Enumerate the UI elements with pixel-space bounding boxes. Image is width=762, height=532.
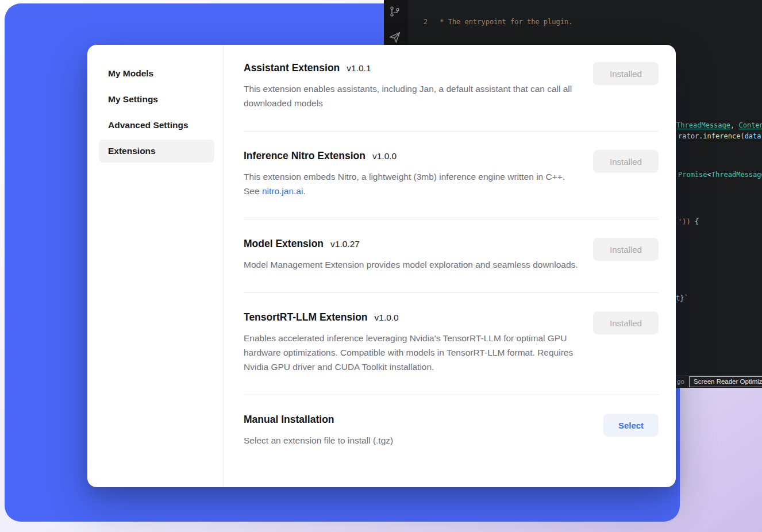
extension-name: TensortRT-LLM Extension (244, 311, 368, 323)
line-number: 2 (408, 17, 436, 27)
extension-version: v1.0.0 (375, 313, 399, 323)
sidebar-item-advanced-settings[interactable]: Advanced Settings (99, 114, 214, 137)
installed-button[interactable]: Installed (593, 150, 659, 173)
sidebar-item-my-models[interactable]: My Models (99, 62, 214, 85)
sidebar-item-extensions[interactable]: Extensions (99, 140, 214, 163)
extension-name: Inference Nitro Extension (244, 150, 365, 162)
extension-description: Enables accelerated inference leveraging… (244, 331, 583, 374)
extension-row: TensortRT-LLM Extension v1.0.0 Enables a… (244, 311, 659, 374)
extension-name: Model Extension (244, 238, 324, 250)
status-bar-text: go (677, 378, 684, 385)
code-fragment: ')) { (678, 218, 699, 226)
extension-description: This extension enables assistants, inclu… (244, 82, 583, 110)
nitro-link[interactable]: nitro.jan.ai (262, 186, 303, 196)
extensions-list: Assistant Extension v1.0.1 This extensio… (224, 45, 676, 487)
extension-row: Manual Installation Select an extension … (244, 414, 659, 448)
code-fragment: Promise<ThreadMessage> (678, 171, 762, 179)
extension-row: Assistant Extension v1.0.1 This extensio… (244, 62, 659, 110)
installed-button[interactable]: Installed (593, 311, 659, 334)
extension-version: v1.0.27 (330, 239, 360, 249)
extension-name: Assistant Extension (244, 62, 340, 74)
extension-name: Manual Installation (244, 414, 334, 426)
extension-version: v1.0.1 (347, 63, 371, 74)
extension-description: Model Management Extension provides mode… (244, 257, 578, 272)
sidebar-item-my-settings[interactable]: My Settings (99, 88, 214, 111)
extension-description: This extension embeds Nitro, a lightweig… (244, 169, 583, 198)
code-line: 2 * The entrypoint for the plugin. (408, 17, 762, 27)
extension-version: v1.0.0 (372, 151, 397, 161)
code-text: * The entrypoint for the plugin. (436, 18, 572, 26)
code-fragment: t}` (676, 294, 688, 302)
row-divider (244, 131, 659, 132)
select-button[interactable]: Select (603, 414, 659, 437)
row-divider (244, 219, 659, 219)
settings-modal: My Models My Settings Advanced Settings … (87, 45, 676, 487)
page-background: { "colors": { "brand_blue": "#4a67f7", "… (0, 0, 762, 532)
installed-button[interactable]: Installed (593, 62, 659, 85)
extension-description: Select an extension file to install (.tg… (244, 433, 393, 448)
git-branch-icon[interactable] (389, 6, 401, 19)
extension-row: Model Extension v1.0.27 Model Management… (244, 238, 659, 272)
screen-reader-optimized-badge[interactable]: Screen Reader Optimize (689, 376, 762, 387)
description-text: . (303, 186, 305, 196)
row-divider (244, 292, 659, 293)
row-divider (244, 395, 659, 395)
installed-button[interactable]: Installed (593, 238, 659, 261)
settings-sidebar: My Models My Settings Advanced Settings … (87, 45, 224, 487)
code-fragment: rator.inference(data)); (678, 132, 762, 140)
extension-row: Inference Nitro Extension v1.0.0 This ex… (244, 150, 659, 198)
send-icon[interactable] (388, 31, 401, 45)
